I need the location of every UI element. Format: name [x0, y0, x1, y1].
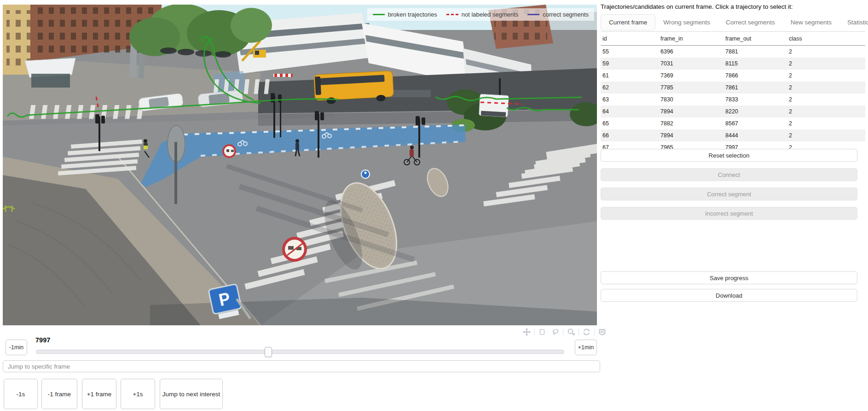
legend-label: correct segments — [543, 11, 589, 18]
tab-correct-segments[interactable]: Correct segments — [718, 15, 783, 30]
slider-handle[interactable] — [265, 347, 272, 357]
pan-icon[interactable] — [521, 327, 532, 337]
cell-frame-out: 8567 — [723, 117, 787, 129]
frame-slider[interactable] — [36, 346, 563, 357]
trajectory-table: id frame_in frame_out class 55639678812 … — [601, 31, 865, 153]
camera-frame-plot[interactable]: P broken trajectories — [3, 5, 597, 325]
cell-id: 63 — [601, 94, 659, 106]
correct-segment-button[interactable]: Correct segment — [601, 188, 857, 200]
col-header-frame-out: frame_out — [723, 32, 787, 46]
cell-class: 2 — [787, 82, 865, 94]
minus-1min-button[interactable]: -1min — [6, 340, 27, 355]
plus-1s-button[interactable]: +1s — [121, 379, 155, 409]
incorrect-segment-button[interactable]: Incorrect segment — [601, 207, 857, 220]
reset-axes-icon[interactable] — [581, 327, 592, 337]
cell-class: 2 — [787, 46, 865, 58]
connect-button[interactable]: Connect — [601, 168, 857, 181]
cell-id: 64 — [601, 106, 659, 117]
table-row[interactable]: 66789484442 — [601, 129, 865, 141]
jump-to-next-interest-button[interactable]: Jump to next interest — [160, 379, 223, 409]
minus-1s-button[interactable]: -1s — [4, 379, 38, 409]
toggle-hover-icon[interactable] — [596, 327, 608, 337]
slider-track[interactable] — [36, 350, 564, 354]
cell-frame-out: 7866 — [723, 70, 787, 82]
tab-new-segments[interactable]: New segments — [783, 15, 839, 30]
cell-frame-in: 6396 — [659, 46, 723, 58]
cell-frame-in: 7882 — [659, 117, 723, 129]
download-button[interactable]: Download — [601, 289, 857, 302]
cell-class: 2 — [787, 58, 865, 70]
tab-statistics[interactable]: Statistics — [839, 15, 868, 30]
reset-selection-button[interactable]: Reset selection — [601, 149, 857, 162]
col-header-class: class — [787, 32, 865, 46]
modebar-separator — [534, 329, 535, 335]
table-row[interactable]: 65788285672 — [601, 117, 865, 129]
plus-1-frame-button[interactable]: +1 frame — [82, 379, 116, 409]
prohibition-sign-large — [284, 238, 306, 260]
cell-class: 2 — [787, 94, 865, 106]
col-header-id: id — [601, 32, 659, 46]
prohibition-sign-small — [223, 145, 235, 157]
cell-frame-out: 8220 — [723, 106, 787, 117]
legend-item-not-labeled[interactable]: not labeled segments — [446, 11, 519, 18]
modebar-separator — [579, 329, 579, 335]
modebar-separator — [563, 329, 563, 335]
cell-class: 2 — [787, 129, 865, 141]
tab-wrong-segments[interactable]: Wrong segments — [655, 15, 718, 30]
plot-legend: broken trajectories not labeled segments… — [367, 8, 594, 21]
box-select-icon[interactable] — [537, 327, 548, 337]
cell-frame-in: 7894 — [659, 129, 723, 141]
correct-segments-swatch — [527, 14, 539, 15]
cell-frame-out: 7861 — [723, 82, 787, 94]
cell-frame-out: 8115 — [723, 58, 787, 70]
table-row[interactable]: 55639678812 — [601, 46, 865, 58]
not-labeled-segments-swatch — [446, 14, 458, 15]
cell-frame-out: 8444 — [723, 129, 787, 141]
cell-id: 62 — [601, 82, 659, 94]
table-row[interactable]: 62778578612 — [601, 82, 865, 94]
current-frame-label: 7997 — [35, 336, 50, 344]
table-header-row: id frame_in frame_out class — [601, 32, 865, 46]
table-row[interactable]: 59703181152 — [601, 58, 865, 70]
cell-class: 2 — [787, 117, 865, 129]
cell-id: 66 — [601, 129, 659, 141]
legend-label: not labeled segments — [462, 11, 519, 18]
cell-id: 65 — [601, 117, 659, 129]
legend-label: broken trajectories — [388, 11, 437, 18]
cell-frame-in: 7369 — [659, 70, 723, 82]
cell-frame-in: 7830 — [659, 94, 723, 106]
lasso-select-icon[interactable] — [550, 327, 561, 337]
panel-tabs: Current frame Wrong segments Correct seg… — [601, 14, 868, 30]
col-header-frame-in: frame_in — [659, 32, 723, 46]
cell-id: 59 — [601, 58, 659, 70]
tab-current-frame[interactable]: Current frame — [601, 14, 655, 30]
plot-modebar — [521, 326, 608, 337]
cell-class: 2 — [787, 106, 865, 117]
intersection-photo: P — [3, 5, 597, 325]
table-row[interactable]: 61736978662 — [601, 70, 865, 82]
cell-id: 61 — [601, 70, 659, 82]
zoom-reset-icon[interactable] — [565, 327, 577, 337]
table-row[interactable]: 64789482202 — [601, 106, 865, 117]
plus-1min-button[interactable]: +1min — [575, 340, 597, 355]
jump-to-frame-input[interactable] — [3, 360, 600, 372]
broken-trajectories-swatch — [373, 14, 385, 15]
modebar-separator — [594, 329, 595, 335]
cell-frame-out: 7833 — [723, 94, 787, 106]
table-row[interactable]: 63783078332 — [601, 94, 865, 106]
save-progress-button[interactable]: Save progress — [601, 271, 857, 284]
cell-frame-in: 7785 — [659, 82, 723, 94]
legend-item-correct[interactable]: correct segments — [527, 11, 589, 18]
panel-title: Trajectories/candidates on current frame… — [601, 3, 793, 10]
cell-frame-out: 7881 — [723, 46, 787, 58]
cell-class: 2 — [787, 70, 865, 82]
legend-item-broken[interactable]: broken trajectories — [373, 11, 437, 18]
minus-1-frame-button[interactable]: -1 frame — [41, 379, 77, 409]
cell-id: 55 — [601, 46, 659, 58]
cell-frame-in: 7031 — [659, 58, 723, 70]
cell-frame-in: 7894 — [659, 106, 723, 117]
